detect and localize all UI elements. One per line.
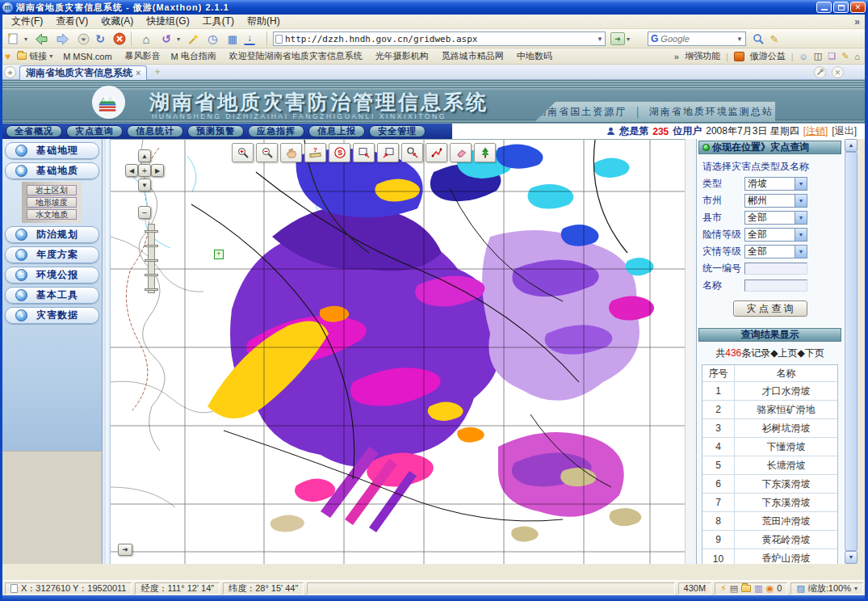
wrench-icon[interactable] [814,66,826,78]
table-row[interactable]: 7 下东溪滑坡 [702,494,837,512]
next-page-link[interactable]: ◆下页 [798,347,824,359]
links-menu[interactable]: 链接 ▾ [17,50,52,62]
skin-icon[interactable]: ⌂ [854,52,860,61]
pan-icon[interactable] [280,143,302,162]
star-icon[interactable]: ★ [4,66,16,78]
back-icon[interactable] [32,31,50,47]
chevron-down-icon[interactable]: ▼ [795,229,807,241]
close-tab-icon[interactable]: ✕ [832,66,844,78]
sidebar-sub-item[interactable]: 地形坡度 [27,197,77,208]
book-icon[interactable]: ▥ [754,583,762,594]
messenger-icon[interactable]: ☺ [799,52,808,61]
menu-item[interactable]: 收藏(A) [94,14,140,29]
text-field[interactable] [744,263,807,275]
magic-wand-icon[interactable] [184,31,202,47]
scrollbar-thumb[interactable] [845,152,858,551]
link-item[interactable]: 中地数码 [514,50,552,62]
scroll-down-icon[interactable]: ▼ [845,551,858,564]
table-row[interactable]: 1 才口水滑坡 [702,382,837,401]
notes-icon[interactable]: ❏ [828,51,836,61]
pan-down-icon[interactable]: ▼ [138,179,151,191]
tab-active[interactable]: 湖南省地质灾害信息系统 × [19,65,147,80]
splitter[interactable] [103,139,111,564]
nav-tab[interactable]: 安全管理 [369,125,426,137]
identify-icon[interactable] [401,143,423,162]
highlighter-icon[interactable]: ✎ [765,31,783,47]
search-engine-dropdown-icon[interactable]: ▼ [736,36,743,43]
enhance-features-link[interactable]: 增强功能 [685,50,720,62]
collapse-sidebar-icon[interactable]: ➜ [118,544,132,556]
chevron-down-icon[interactable]: ▼ [795,178,807,190]
table-row[interactable]: 6 下东溪滑坡 [702,475,837,494]
dropdown-select[interactable]: 全部 ▼ [744,211,807,225]
map-canvas[interactable]: ? S ▲ ◀ + ▶ ▼ − + ➜ [111,139,685,564]
menu-item[interactable]: 查看(V) [49,14,94,29]
url-input[interactable] [285,34,597,44]
new-page-dropdown-icon[interactable]: ▾ [22,31,30,47]
minimize-button[interactable] [816,2,832,13]
sidebar-item[interactable]: ✶ 防治规划 [5,226,99,243]
zoom-in-icon[interactable] [232,143,254,162]
dropdown-select[interactable]: 全部 ▼ [744,228,807,242]
nav-tab[interactable]: 全省概况 [6,125,62,137]
folder-icon[interactable] [741,585,751,592]
zoom-out-icon[interactable] [256,143,278,162]
zoom-slider-thumb[interactable] [145,230,158,233]
pan-up-icon[interactable]: ▲ [138,149,151,162]
chevron-down-icon[interactable]: ▼ [795,212,807,224]
exit-link[interactable]: [退出] [832,124,857,138]
link-item[interactable]: 欢迎登陆湖南省地质灾害信息系统 [227,50,363,62]
text-field[interactable] [744,279,807,292]
query-button[interactable]: 灾 点 查 询 [733,300,807,317]
select-box-icon[interactable] [377,143,399,162]
frames-icon[interactable]: ▦ [224,31,241,47]
legend-icon[interactable] [474,143,496,162]
table-row[interactable]: 4 下懂滑坡 [702,438,837,456]
nav-tab[interactable]: 预测预警 [187,125,244,137]
refresh-icon[interactable]: ↻ [91,31,109,47]
link-item[interactable]: 光年摄影机构 [373,50,429,62]
zoom-slider[interactable] [148,224,155,293]
zoom-box-icon[interactable] [353,143,375,162]
link-item[interactable]: 觅路城市精品网 [439,50,504,62]
eraser-icon[interactable] [450,143,472,162]
zoom-cell[interactable]: ▨ 缩放:100% ▾ [790,582,863,595]
sidebar-item[interactable]: ▤ 年度方案 [5,246,99,263]
measure-distance-icon[interactable]: ? [304,143,326,162]
home-icon[interactable]: ⌂ [137,31,155,47]
sidebar-item[interactable]: ✎ 基本工具 [5,287,99,304]
undo-dropdown-icon[interactable]: ▾ [174,31,182,47]
chevron-down-icon[interactable]: ▾ [854,585,858,592]
link-item[interactable]: 暴风影音 [123,50,161,62]
link-item[interactable]: M MSN.com [63,52,111,61]
nav-tab[interactable]: 信息上报 [308,125,365,137]
link-item[interactable]: M 电台指南 [171,50,216,62]
snapshot-icon[interactable]: ◉ [766,583,774,594]
menu-item[interactable]: 文件(F) [5,14,49,29]
url-dropdown-icon[interactable]: ▼ [597,36,603,43]
printer-icon[interactable]: ▤ [730,583,738,594]
undo-icon[interactable]: ↺ [157,31,175,47]
table-row[interactable]: 9 黄花岭滑坡 [702,531,837,549]
paint-icon[interactable]: ✎ [841,51,849,61]
nav-tab[interactable]: 应急指挥 [248,125,304,137]
table-row[interactable]: 5 长塘滑坡 [702,456,837,475]
table-row[interactable]: 3 衫树坑滑坡 [702,419,837,438]
draw-line-icon[interactable] [426,143,447,162]
menu-item[interactable]: 快捷组(G) [140,14,195,29]
pan-right-icon[interactable]: ▶ [151,164,164,177]
table-row[interactable]: 2 骆家恒矿滑地 [702,401,837,419]
nav-tab[interactable]: 信息统计 [127,125,183,137]
dropdown-select[interactable]: 全部 ▼ [744,245,807,258]
zoom-minus-icon[interactable]: − [138,206,151,219]
prev-page-link[interactable]: ◆上页 [770,347,797,359]
links-overflow-chevron[interactable]: » [674,52,679,61]
lightning-icon[interactable]: ⚡ [720,583,727,594]
history-icon[interactable]: ◷ [203,31,221,47]
stop-icon[interactable] [111,31,128,47]
nav-tab[interactable]: 灾点查询 [66,125,123,137]
sidebar-item[interactable]: » 基础地理 [5,142,99,159]
chevron-down-icon[interactable]: ▼ [795,246,807,258]
menu-overflow-chevron[interactable]: » [854,16,860,27]
sidebar-item[interactable]: ▣ 基础地质 [5,162,99,179]
